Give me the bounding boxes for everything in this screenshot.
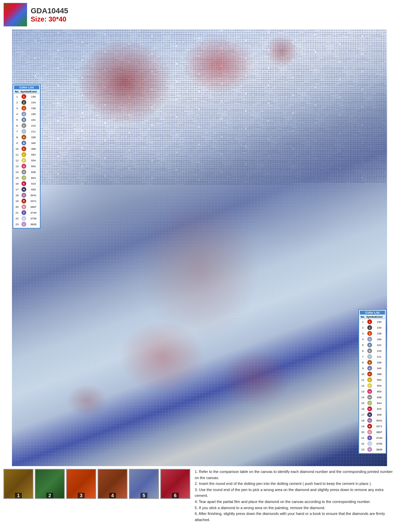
symbol-circle: S — [367, 430, 372, 434]
row-symbol: 3 — [366, 331, 373, 336]
row-symbol: 7 — [20, 129, 28, 134]
row-no: 8 — [360, 361, 366, 364]
symbol-circle: F — [367, 383, 372, 388]
symbol-circle: V — [367, 447, 372, 452]
color-row: 18 O 3041 — [14, 192, 39, 198]
color-row: 5 5 161 — [360, 342, 385, 348]
symbol-circle: J — [21, 175, 26, 180]
row-symbol: T — [366, 435, 373, 441]
row-color: 844 — [373, 401, 385, 405]
row-symbol: C — [20, 146, 28, 152]
header: GDA10445 Size: 30*40 — [0, 0, 399, 29]
color-row: 2 2 154 — [14, 100, 39, 105]
color-row: 2 2 154 — [360, 325, 385, 331]
thumbnail-item[interactable]: 2 — [35, 469, 65, 499]
row-no: 21 — [360, 436, 366, 440]
row-symbol: S — [366, 429, 373, 435]
color-row: 22 U 3756 — [360, 441, 385, 447]
color-row: 3 3 158 — [360, 331, 385, 336]
row-color: 552 — [373, 378, 385, 382]
row-color: 3041 — [28, 193, 39, 197]
row-no: 14 — [360, 396, 366, 399]
row-color: 340 — [373, 366, 385, 370]
symbol-circle: 1 — [367, 319, 372, 324]
symbol-circle: 4 — [21, 112, 26, 116]
row-no: 15 — [360, 401, 366, 405]
row-no: 18 — [14, 193, 20, 197]
instructions: 1. Refer to the comparison table on the … — [192, 469, 396, 523]
row-no: 17 — [14, 188, 20, 191]
symbol-circle: C — [367, 372, 372, 376]
color-row: 14 H 838 — [14, 169, 39, 175]
row-color: 336 — [28, 135, 39, 139]
symbol-circle: N — [21, 187, 26, 192]
row-no: 3 — [360, 332, 366, 335]
row-symbol: 1 — [366, 319, 373, 325]
symbol-circle: 5 — [21, 117, 26, 122]
col-sym-header: Symbol — [20, 90, 28, 94]
color-row: 4 4 160 — [14, 111, 39, 117]
color-row: 10 C 498 — [360, 371, 385, 377]
instruction-line: 5. If you stick a diamond to a wrong are… — [195, 505, 396, 511]
col-sym-header-r: Symbol — [366, 315, 373, 319]
row-symbol: R — [366, 423, 373, 429]
thumb-number: 6 — [172, 493, 179, 498]
row-no: 19 — [14, 199, 20, 203]
color-row: 20 S 3687 — [14, 204, 39, 210]
thumbnail-item[interactable]: 4 — [98, 469, 128, 499]
row-symbol: 6 — [20, 123, 28, 128]
row-no: 14 — [14, 170, 20, 174]
color-row: 20 S 3687 — [360, 429, 385, 435]
thumbnail-item[interactable]: 5 — [129, 469, 159, 499]
symbol-circle: C — [21, 146, 26, 151]
color-row: 9 A 340 — [360, 365, 385, 371]
row-symbol: F — [20, 158, 28, 163]
thumbnail-item[interactable]: 6 — [160, 469, 190, 499]
row-symbol: 2 — [366, 325, 373, 330]
row-no: 9 — [360, 366, 366, 370]
thumb-number: 2 — [46, 493, 53, 498]
row-symbol: K — [366, 406, 373, 412]
symbol-circle: D — [21, 152, 26, 157]
color-list-right: Color List No. Symbol Color 1 1 150 2 2 … — [358, 309, 386, 454]
color-row: 16 K 915 — [14, 181, 39, 187]
symbol-circle: D — [367, 377, 372, 382]
color-row: 14 H 838 — [360, 394, 385, 400]
row-color: 340 — [28, 141, 39, 145]
symbol-circle: O — [21, 193, 26, 198]
color-row: 12 F 554 — [360, 383, 385, 389]
color-row: 10 C 498 — [14, 146, 39, 152]
thumbnail-item[interactable]: 3 — [66, 469, 96, 499]
color-row: 22 U 3756 — [14, 216, 39, 221]
row-symbol: 7 — [366, 354, 373, 359]
row-symbol: 3 — [20, 105, 28, 111]
row-symbol: A — [366, 365, 373, 371]
row-no: 21 — [14, 211, 20, 215]
diamond-grid: NNNNRRRR2KNNTTTTUUUUURRRR2KNN7777766666A… — [12, 29, 387, 466]
row-symbol: J — [20, 175, 28, 181]
color-row: 3 3 158 — [14, 105, 39, 111]
row-symbol: F — [366, 383, 373, 388]
row-no: 5 — [14, 118, 20, 122]
row-symbol: D — [20, 152, 28, 157]
symbol-circle: T — [21, 210, 26, 215]
row-color: 161 — [373, 343, 385, 347]
row-no: 8 — [14, 135, 20, 139]
row-no: 11 — [14, 153, 20, 157]
row-symbol: N — [20, 187, 28, 192]
row-symbol: H — [20, 169, 28, 175]
row-no: 6 — [14, 124, 20, 128]
row-symbol: O — [20, 192, 28, 198]
thumbnail-item[interactable]: 1 — [3, 469, 33, 499]
row-symbol: J — [366, 400, 373, 406]
symbol-circle: U — [367, 441, 372, 446]
color-row: 8 8 336 — [14, 134, 39, 140]
color-list-left-rows: 1 1 150 2 2 154 3 3 158 4 4 160 5 — [14, 94, 39, 227]
color-row: 12 F 554 — [14, 158, 39, 163]
row-color: 939 — [373, 413, 385, 417]
row-no: 10 — [360, 372, 366, 376]
symbol-circle: 5 — [367, 343, 372, 347]
row-color: 3687 — [28, 205, 39, 209]
symbol-circle: O — [367, 418, 372, 423]
symbol-circle: K — [367, 406, 372, 411]
